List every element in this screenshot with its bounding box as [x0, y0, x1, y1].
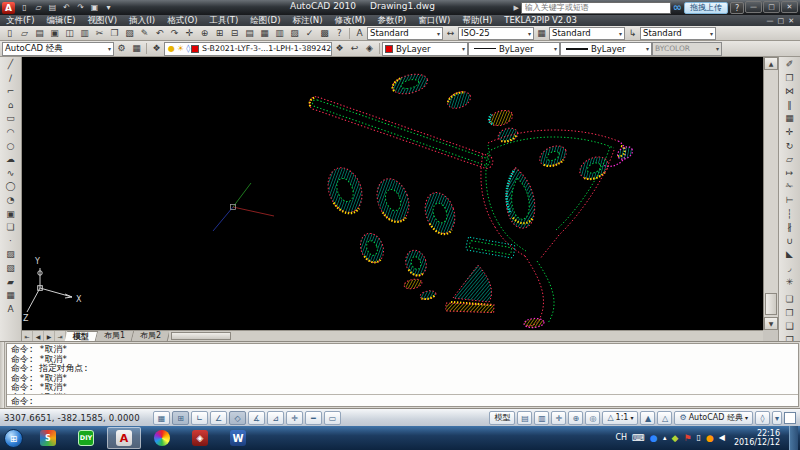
- zoom-status-icon[interactable]: ⊕: [568, 411, 583, 425]
- text-style-icon[interactable]: A: [352, 27, 367, 40]
- pan-status-icon[interactable]: ✛: [551, 411, 566, 425]
- taskbar-app-word[interactable]: W: [221, 427, 255, 449]
- revcloud-icon[interactable]: ☁: [3, 153, 19, 167]
- mtext-icon[interactable]: A: [3, 303, 19, 317]
- dim-style-icon[interactable]: ↔: [443, 27, 458, 40]
- taskbar-app-diy[interactable]: DIY: [69, 427, 103, 449]
- layer-properties-manager-icon[interactable]: ❖: [149, 42, 164, 55]
- mirror-icon[interactable]: ⋈: [782, 85, 798, 99]
- menu-insert[interactable]: 插入(I): [123, 15, 161, 26]
- ellipse-icon[interactable]: ◯: [3, 180, 19, 194]
- bring-above-icon[interactable]: ❑: [782, 320, 798, 334]
- chamfer-icon[interactable]: ◣: [782, 248, 798, 262]
- explode-icon[interactable]: ✳: [782, 276, 798, 290]
- table-style-combo[interactable]: Standard ▾: [549, 27, 625, 40]
- toolbar-lock-icon[interactable]: ◊: [755, 411, 770, 425]
- status-menu-arrow-icon[interactable]: ▾: [772, 411, 782, 425]
- search-input[interactable]: [521, 2, 671, 14]
- horizontal-scrollbar[interactable]: [169, 331, 763, 341]
- break-icon[interactable]: ∦: [782, 221, 798, 235]
- properties-icon[interactable]: ▤: [242, 27, 257, 40]
- open-icon[interactable]: ▱: [17, 27, 32, 40]
- tab-first-icon[interactable]: ⇤: [22, 331, 33, 341]
- fillet-icon[interactable]: ◞: [782, 262, 798, 276]
- menu-draw[interactable]: 绘图(D): [244, 15, 286, 26]
- menu-dimension[interactable]: 标注(N): [286, 15, 328, 26]
- bring-front-icon[interactable]: ❏: [782, 293, 798, 307]
- vertical-scrollbar[interactable]: ▲ ▼: [763, 57, 778, 330]
- join-icon[interactable]: ∪: [782, 235, 798, 249]
- help-button[interactable]: ?: [730, 2, 744, 14]
- close-button[interactable]: ✕: [781, 1, 798, 13]
- command-window[interactable]: 命令: *取消*命令: *取消*命令: 指定对角点:命令: *取消*命令: *取…: [0, 341, 800, 408]
- cloud-sync-icon[interactable]: ∞: [673, 2, 682, 14]
- offset-icon[interactable]: ∥: [782, 99, 798, 113]
- color-combo[interactable]: ByLayer ▾: [382, 42, 468, 56]
- device-tray-icon[interactable]: ▯: [696, 427, 700, 449]
- copy-icon[interactable]: ❐: [782, 72, 798, 86]
- security-tray-icon[interactable]: ◆: [671, 427, 678, 449]
- layer-combo[interactable]: ● ☀ ◊ S-B2021-LYF-3-...1-LPH-1-389242 ▾: [164, 42, 332, 56]
- menu-format[interactable]: 格式(O): [161, 15, 203, 26]
- update-tray-icon[interactable]: ●: [706, 427, 714, 449]
- make-block-icon[interactable]: ❏: [3, 221, 19, 235]
- erase-icon[interactable]: ✐: [782, 58, 798, 72]
- array-icon[interactable]: ▦: [782, 112, 798, 126]
- snap-toggle[interactable]: ▦: [153, 411, 170, 425]
- polygon-icon[interactable]: ⌂: [3, 99, 19, 113]
- scroll-up-icon[interactable]: ▲: [764, 57, 778, 70]
- annot-visibility-icon[interactable]: ▲: [640, 411, 655, 425]
- undo-icon[interactable]: ↶: [152, 27, 167, 40]
- ortho-toggle[interactable]: ∟: [191, 411, 208, 425]
- drawing-viewport[interactable]: Y X Z: [22, 57, 763, 330]
- match-properties-icon[interactable]: ✎: [137, 27, 152, 40]
- scrollbar-thumb[interactable]: [171, 332, 231, 340]
- mleader-style-combo[interactable]: Standard ▾: [640, 27, 716, 40]
- point-icon[interactable]: ·: [3, 235, 19, 249]
- pan-icon[interactable]: ✛: [182, 27, 197, 40]
- messenger-tray-icon[interactable]: ●: [650, 427, 658, 449]
- menu-file[interactable]: 文件(F): [0, 15, 41, 26]
- paste-icon[interactable]: ▧: [122, 27, 137, 40]
- qat-new-icon[interactable]: ▯: [18, 2, 31, 14]
- qp-toggle[interactable]: ▭: [324, 411, 341, 425]
- taskbar-app-pinwheel[interactable]: [145, 427, 179, 449]
- table-icon[interactable]: ▦: [3, 289, 19, 303]
- cut-icon[interactable]: ✂: [92, 27, 107, 40]
- menu-view[interactable]: 视图(V): [82, 15, 123, 26]
- doc-restore-button[interactable]: □: [778, 17, 785, 25]
- markup-icon[interactable]: ✓: [302, 27, 317, 40]
- restore-button[interactable]: □: [763, 1, 780, 13]
- workspace-combo[interactable]: AutoCAD 经典 ▾: [2, 42, 114, 56]
- keyboard-icon[interactable]: ⌨: [632, 427, 645, 449]
- publish-icon[interactable]: ▥: [77, 27, 92, 40]
- qat-menu-icon[interactable]: ▾: [102, 2, 115, 14]
- insert-block-icon[interactable]: ▣: [3, 208, 19, 222]
- qat-save-icon[interactable]: ▤: [46, 2, 59, 14]
- workspace-switch-button[interactable]: ⚙ AutoCAD 经典 ▾: [674, 411, 753, 425]
- layer-states-icon[interactable]: ◈: [362, 42, 377, 55]
- linetype-combo[interactable]: ByLayer ▾: [468, 42, 560, 56]
- scroll-down-icon[interactable]: ▼: [764, 317, 778, 330]
- text-style-combo[interactable]: Standard ▾: [367, 27, 443, 40]
- menu-tekla[interactable]: TEKLA2PIP V2.03: [498, 15, 583, 26]
- layer-lock-icon[interactable]: ◊: [186, 44, 190, 53]
- help-icon[interactable]: ?: [332, 27, 347, 40]
- doc-minimize-button[interactable]: —: [767, 17, 774, 25]
- model-space-button[interactable]: 模型: [489, 411, 515, 425]
- region-icon[interactable]: ▰: [3, 276, 19, 290]
- osnap-toggle[interactable]: ◇: [229, 411, 246, 425]
- grid-toggle[interactable]: ⊞: [172, 411, 189, 425]
- clean-screen-button[interactable]: [784, 412, 796, 424]
- break-point-icon[interactable]: ┆: [782, 208, 798, 222]
- ducs-toggle[interactable]: ⊿: [267, 411, 284, 425]
- infocenter-collapse-icon[interactable]: ▶: [513, 4, 518, 12]
- clock[interactable]: 22:16 2016/12/12: [734, 429, 780, 447]
- annot-auto-icon[interactable]: △: [657, 411, 672, 425]
- scrollbar-thumb[interactable]: [765, 293, 777, 315]
- menu-window[interactable]: 窗口(W): [412, 15, 456, 26]
- new-icon[interactable]: ▯: [2, 27, 17, 40]
- zoom-previous-icon[interactable]: ⊟: [227, 27, 242, 40]
- designcenter-icon[interactable]: ▦: [257, 27, 272, 40]
- tab-prev-icon[interactable]: ◀: [33, 331, 44, 341]
